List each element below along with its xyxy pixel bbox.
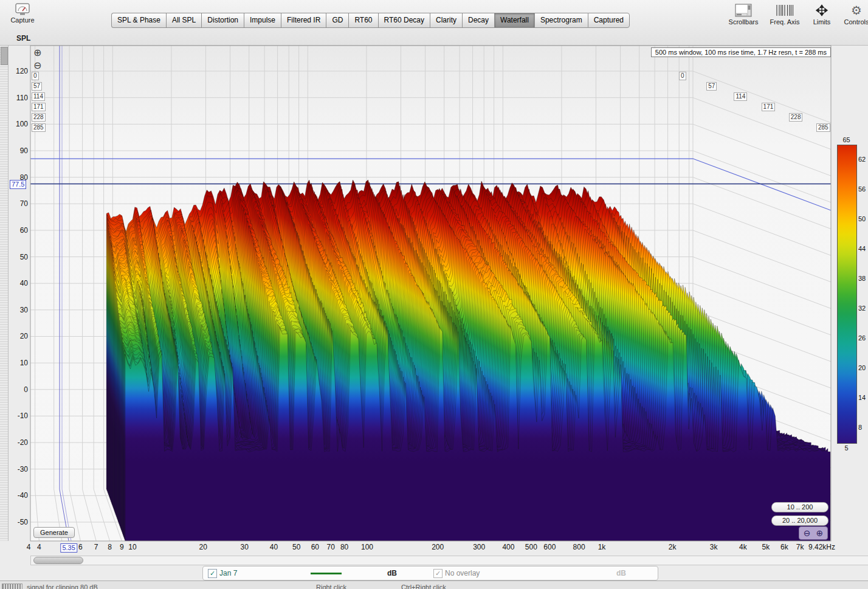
measurement-checkbox[interactable]: ✓ [208, 569, 217, 578]
status-bar: signal for clipping 80 dB Right click Ct… [0, 580, 868, 589]
status-hint-2: Ctrl+Right click [401, 584, 446, 589]
status-left-text: signal for clipping 80 dB [27, 584, 98, 589]
freq-range-button-20-20000[interactable]: 20 .. 20,000 [771, 515, 828, 526]
zoom-out-icon[interactable]: ⊖ [33, 61, 41, 71]
corner-zoom-out-icon[interactable]: ⊖ [804, 528, 811, 538]
overlay-label[interactable]: No overlay [445, 569, 480, 577]
freq-range-button-10-200[interactable]: 10 .. 200 [771, 502, 828, 512]
legend-bar: ✓ Jan 7 dB ✓ No overlay dB [202, 566, 658, 580]
status-hint-1: Right click [316, 584, 346, 589]
measurement-unit: dB [387, 569, 397, 577]
zoom-in-icon[interactable]: ⊕ [33, 48, 41, 58]
waterfall-plot-svg[interactable] [0, 0, 868, 565]
measurement-line-swatch [311, 573, 342, 574]
horizontal-scrollbar-thumb[interactable] [33, 557, 83, 564]
overlay-unit: dB [616, 569, 626, 577]
generate-button[interactable]: Generate [33, 527, 75, 538]
signal-meter-icon [2, 584, 22, 589]
waterfall-chart[interactable] [0, 0, 868, 565]
corner-zoom-in-icon[interactable]: ⊕ [816, 528, 824, 538]
measurement-name[interactable]: Jan 7 [219, 569, 237, 577]
horizontal-scrollbar[interactable] [30, 556, 868, 565]
corner-zoom-control[interactable]: ⊖ ⊕ [799, 526, 828, 540]
overlay-checkbox[interactable]: ✓ [433, 569, 443, 578]
